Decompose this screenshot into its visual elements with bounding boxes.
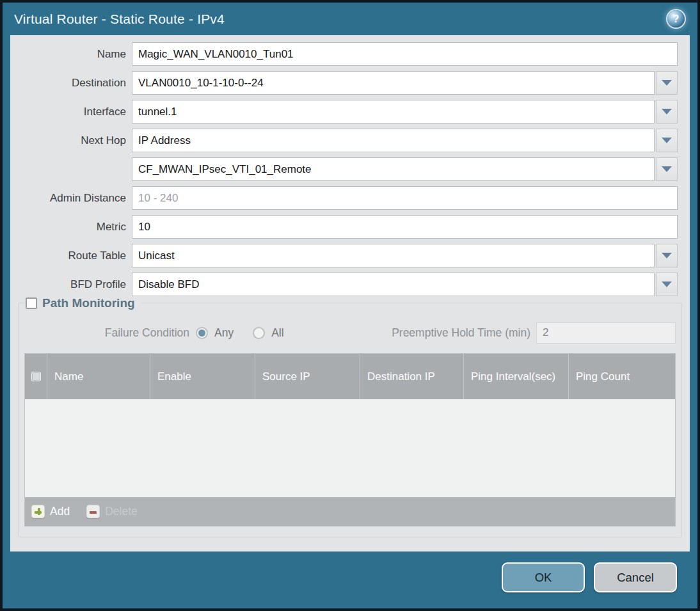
bfd-profile-input[interactable]: [132, 273, 655, 296]
form-row-next-hop-address: [10, 157, 690, 181]
bfd-profile-label: BFD Profile: [10, 278, 132, 291]
dialog-title: Virtual Router - Static Route - IPv4: [14, 12, 667, 27]
next-hop-address-input[interactable]: [132, 157, 655, 181]
question-mark-glyph: ?: [673, 13, 680, 25]
failure-condition-row: Failure Condition Any All Preemptive Hol…: [24, 322, 676, 344]
admin-distance-label: Admin Distance: [10, 192, 132, 205]
interface-label: Interface: [10, 106, 132, 118]
chevron-down-icon: [662, 282, 672, 287]
next-hop-type-dropdown-button[interactable]: [656, 129, 678, 152]
form-row-interface: Interface: [10, 100, 690, 123]
route-table-dropdown-button[interactable]: [656, 244, 678, 267]
metric-input[interactable]: [132, 215, 678, 239]
cancel-button[interactable]: Cancel: [594, 562, 677, 592]
next-hop-type-input[interactable]: [132, 129, 655, 152]
column-header-source-ip[interactable]: Source IP: [255, 354, 360, 399]
table-toolbar: Add Delete: [25, 497, 675, 526]
radio-any[interactable]: Any: [196, 326, 234, 340]
column-header-destination-ip[interactable]: Destination IP: [360, 354, 463, 399]
name-input[interactable]: [132, 42, 678, 66]
help-icon[interactable]: ?: [667, 10, 685, 28]
next-hop-label: Next Hop: [10, 134, 132, 147]
form-row-bfd-profile: BFD Profile: [10, 273, 690, 296]
chevron-down-icon: [662, 138, 672, 143]
path-monitoring-section: Path Monitoring Failure Condition Any Al…: [18, 303, 682, 537]
failure-condition-label: Failure Condition: [24, 326, 196, 340]
hold-time-label: Preemptive Hold Time (min): [392, 326, 536, 340]
form-row-destination: Destination: [10, 71, 690, 95]
plus-icon: [31, 505, 45, 518]
radio-all-icon: [253, 327, 265, 339]
interface-dropdown-button[interactable]: [656, 100, 678, 123]
chevron-down-icon: [662, 109, 672, 115]
metric-label: Metric: [10, 221, 132, 234]
table-body-empty: [25, 399, 675, 497]
dialog-body: Name Destination Interface: [10, 35, 690, 551]
form-row-metric: Metric: [10, 215, 690, 239]
chevron-down-icon: [662, 80, 672, 86]
minus-icon: [86, 505, 100, 518]
route-table-input[interactable]: [132, 244, 655, 267]
radio-any-label: Any: [214, 326, 234, 340]
destination-label: Destination: [10, 77, 132, 90]
form-row-admin-distance: Admin Distance: [10, 186, 690, 210]
path-monitoring-title: Path Monitoring: [42, 296, 135, 310]
hold-time-group: Preemptive Hold Time (min): [392, 322, 676, 344]
add-button[interactable]: Add: [31, 505, 70, 518]
radio-all[interactable]: All: [253, 326, 283, 340]
form-row-name: Name: [10, 42, 690, 66]
column-header-enable[interactable]: Enable: [150, 354, 255, 399]
add-button-label: Add: [50, 505, 70, 518]
interface-input[interactable]: [132, 100, 655, 123]
path-monitoring-table: Name Enable Source IP Destination IP Pin…: [24, 353, 676, 527]
hold-time-input[interactable]: [536, 322, 676, 344]
destination-dropdown-button[interactable]: [656, 71, 678, 95]
column-header-ping-interval[interactable]: Ping Interval(sec): [463, 354, 568, 399]
path-monitoring-checkbox[interactable]: [26, 298, 37, 309]
form-row-route-table: Route Table: [10, 244, 690, 267]
dialog-window: Virtual Router - Static Route - IPv4 ? N…: [0, 0, 700, 611]
dialog-footer: OK Cancel: [3, 551, 697, 608]
delete-button[interactable]: Delete: [86, 505, 138, 518]
chevron-down-icon: [662, 166, 672, 172]
column-header-ping-count[interactable]: Ping Count: [568, 354, 675, 399]
admin-distance-input[interactable]: [132, 186, 678, 210]
select-all-checkbox[interactable]: [31, 372, 41, 381]
select-all-checkbox-cell: [25, 354, 47, 399]
ok-button[interactable]: OK: [502, 562, 585, 592]
form-row-next-hop: Next Hop: [10, 129, 690, 152]
title-bar: Virtual Router - Static Route - IPv4 ?: [3, 3, 697, 35]
radio-any-icon: [196, 327, 208, 339]
delete-button-label: Delete: [105, 505, 138, 518]
next-hop-address-dropdown-button[interactable]: [656, 157, 678, 181]
bfd-profile-dropdown-button[interactable]: [656, 273, 678, 296]
column-header-name[interactable]: Name: [47, 354, 150, 399]
destination-input[interactable]: [132, 71, 655, 95]
chevron-down-icon: [662, 253, 672, 258]
route-table-label: Route Table: [10, 250, 132, 262]
radio-all-label: All: [271, 326, 283, 340]
name-label: Name: [10, 48, 132, 61]
table-header-row: Name Enable Source IP Destination IP Pin…: [25, 354, 675, 399]
